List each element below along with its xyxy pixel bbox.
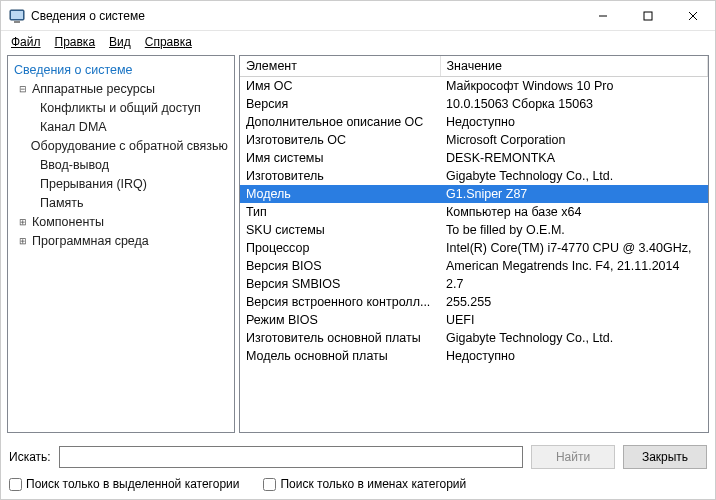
tree-item-forced-hardware[interactable]: Оборудование с обратной связью: [8, 136, 234, 155]
table-row[interactable]: Версия SMBIOS2.7: [240, 275, 708, 293]
search-bar: Искать: Найти Закрыть Поиск только в выд…: [1, 439, 715, 499]
cell-element: Процессор: [240, 239, 440, 257]
cell-value: Gigabyte Technology Co., Ltd.: [440, 329, 708, 347]
cell-value: Майкрософт Windows 10 Pro: [440, 77, 708, 96]
column-header-value[interactable]: Значение: [440, 56, 708, 77]
tree-item-memory[interactable]: Память: [8, 193, 234, 212]
checkbox-category-names-only[interactable]: Поиск только в именах категорий: [263, 477, 466, 491]
table-row[interactable]: Имя ОСМайкрософт Windows 10 Pro: [240, 77, 708, 96]
table-row[interactable]: SKU системыTo be filled by O.E.M.: [240, 221, 708, 239]
table-row[interactable]: Режим BIOSUEFI: [240, 311, 708, 329]
cell-value: American Megatrends Inc. F4, 21.11.2014: [440, 257, 708, 275]
cell-element: Версия встроенного контролл...: [240, 293, 440, 311]
table-row[interactable]: ИзготовительGigabyte Technology Co., Ltd…: [240, 167, 708, 185]
table-row[interactable]: Изготовитель ОСMicrosoft Corporation: [240, 131, 708, 149]
maximize-button[interactable]: [625, 1, 670, 31]
menu-file[interactable]: Файл: [5, 33, 47, 51]
close-button[interactable]: [670, 1, 715, 31]
cell-element: Изготовитель основной платы: [240, 329, 440, 347]
window-title: Сведения о системе: [31, 9, 145, 23]
tree-item-label: Ввод-вывод: [38, 157, 111, 173]
search-input[interactable]: [59, 446, 523, 468]
cell-element: Режим BIOS: [240, 311, 440, 329]
tree-item-components[interactable]: ⊞ Компоненты: [8, 212, 234, 231]
category-tree: Сведения о системе ⊟ Аппаратные ресурсы …: [8, 56, 234, 254]
svg-rect-2: [14, 21, 20, 23]
svg-rect-1: [11, 11, 23, 19]
tree-item-label: Компоненты: [30, 214, 106, 230]
table-row[interactable]: ПроцессорIntel(R) Core(TM) i7-4770 CPU @…: [240, 239, 708, 257]
table-row[interactable]: Изготовитель основной платыGigabyte Tech…: [240, 329, 708, 347]
table-row[interactable]: Модель основной платыНедоступно: [240, 347, 708, 365]
tree-item-conflicts[interactable]: Конфликты и общий доступ: [8, 98, 234, 117]
expand-icon[interactable]: ⊞: [16, 217, 30, 227]
cell-element: Версия BIOS: [240, 257, 440, 275]
cell-element: Имя системы: [240, 149, 440, 167]
cell-element: SKU системы: [240, 221, 440, 239]
cell-value: Microsoft Corporation: [440, 131, 708, 149]
tree-pane[interactable]: Сведения о системе ⊟ Аппаратные ресурсы …: [7, 55, 235, 433]
search-label: Искать:: [9, 450, 51, 464]
cell-element: Имя ОС: [240, 77, 440, 96]
close-window-button[interactable]: Закрыть: [623, 445, 707, 469]
tree-item-label: Прерывания (IRQ): [38, 176, 149, 192]
menu-edit[interactable]: Правка: [49, 33, 102, 51]
table-row[interactable]: Версия10.0.15063 Сборка 15063: [240, 95, 708, 113]
table-row[interactable]: Версия встроенного контролл...255.255: [240, 293, 708, 311]
checkbox-selected-category-input[interactable]: [9, 478, 22, 491]
menu-bar: Файл Правка Вид Справка: [1, 31, 715, 55]
tree-item-dma[interactable]: Канал DMA: [8, 117, 234, 136]
expand-icon[interactable]: ⊞: [16, 236, 30, 246]
collapse-icon[interactable]: ⊟: [16, 84, 30, 94]
table-row[interactable]: ТипКомпьютер на базе x64: [240, 203, 708, 221]
tree-item-label: Сведения о системе: [12, 62, 135, 78]
cell-value: 10.0.15063 Сборка 15063: [440, 95, 708, 113]
cell-element: Изготовитель: [240, 167, 440, 185]
cell-value: Intel(R) Core(TM) i7-4770 CPU @ 3.40GHz,: [440, 239, 708, 257]
find-button[interactable]: Найти: [531, 445, 615, 469]
tree-root[interactable]: Сведения о системе: [8, 60, 234, 79]
tree-item-label: Конфликты и общий доступ: [38, 100, 203, 116]
cell-element: Версия SMBIOS: [240, 275, 440, 293]
tree-item-irq[interactable]: Прерывания (IRQ): [8, 174, 234, 193]
cell-value: Компьютер на базе x64: [440, 203, 708, 221]
checkbox-label: Поиск только в выделенной категории: [26, 477, 239, 491]
column-header-element[interactable]: Элемент: [240, 56, 440, 77]
menu-help[interactable]: Справка: [139, 33, 198, 51]
checkbox-selected-category[interactable]: Поиск только в выделенной категории: [9, 477, 239, 491]
cell-value: To be filled by O.E.M.: [440, 221, 708, 239]
cell-value: Gigabyte Technology Co., Ltd.: [440, 167, 708, 185]
details-pane[interactable]: Элемент Значение Имя ОСМайкрософт Window…: [239, 55, 709, 433]
cell-element: Версия: [240, 95, 440, 113]
cell-element: Модель основной платы: [240, 347, 440, 365]
tree-item-label: Программная среда: [30, 233, 151, 249]
cell-value: Недоступно: [440, 347, 708, 365]
tree-item-hardware[interactable]: ⊟ Аппаратные ресурсы: [8, 79, 234, 98]
cell-element: Изготовитель ОС: [240, 131, 440, 149]
tree-item-label: Память: [38, 195, 86, 211]
table-row[interactable]: Версия BIOSAmerican Megatrends Inc. F4, …: [240, 257, 708, 275]
tree-item-label: Аппаратные ресурсы: [30, 81, 157, 97]
table-row[interactable]: МодельG1.Sniper Z87: [240, 185, 708, 203]
tree-item-io[interactable]: Ввод-вывод: [8, 155, 234, 174]
svg-rect-4: [644, 12, 652, 20]
cell-value: UEFI: [440, 311, 708, 329]
cell-value: DESK-REMONTKA: [440, 149, 708, 167]
checkbox-label: Поиск только в именах категорий: [280, 477, 466, 491]
tree-item-label: Канал DMA: [38, 119, 109, 135]
cell-value: G1.Sniper Z87: [440, 185, 708, 203]
minimize-button[interactable]: [580, 1, 625, 31]
menu-view[interactable]: Вид: [103, 33, 137, 51]
cell-element: Тип: [240, 203, 440, 221]
table-row[interactable]: Дополнительное описание ОСНедоступно: [240, 113, 708, 131]
app-icon: [9, 8, 25, 24]
tree-item-software-env[interactable]: ⊞ Программная среда: [8, 231, 234, 250]
checkbox-category-names-input[interactable]: [263, 478, 276, 491]
cell-value: Недоступно: [440, 113, 708, 131]
cell-element: Модель: [240, 185, 440, 203]
main-area: Сведения о системе ⊟ Аппаратные ресурсы …: [1, 55, 715, 439]
table-row[interactable]: Имя системыDESK-REMONTKA: [240, 149, 708, 167]
tree-item-label: Оборудование с обратной связью: [29, 138, 230, 154]
title-bar: Сведения о системе: [1, 1, 715, 31]
cell-value: 255.255: [440, 293, 708, 311]
